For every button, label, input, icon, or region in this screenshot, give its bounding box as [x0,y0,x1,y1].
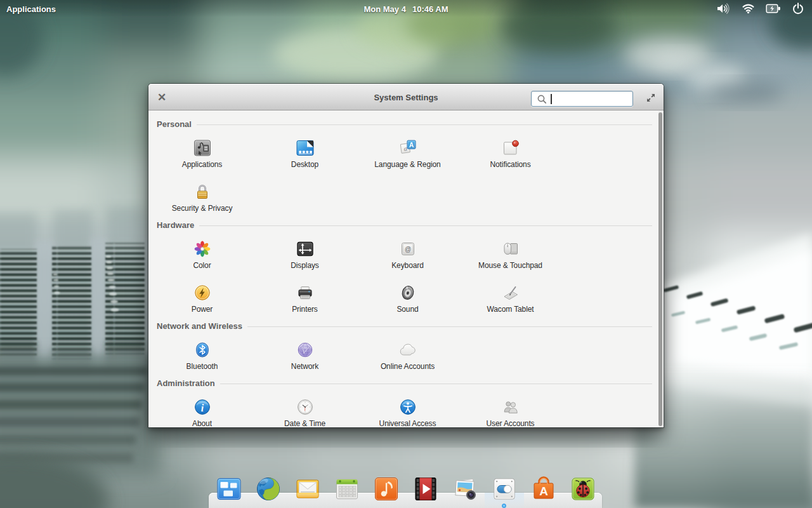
svg-text:@: @ [404,246,410,253]
svg-text:i: i [200,403,204,413]
svg-text:A: A [539,485,548,498]
svg-text:A: A [409,141,414,149]
